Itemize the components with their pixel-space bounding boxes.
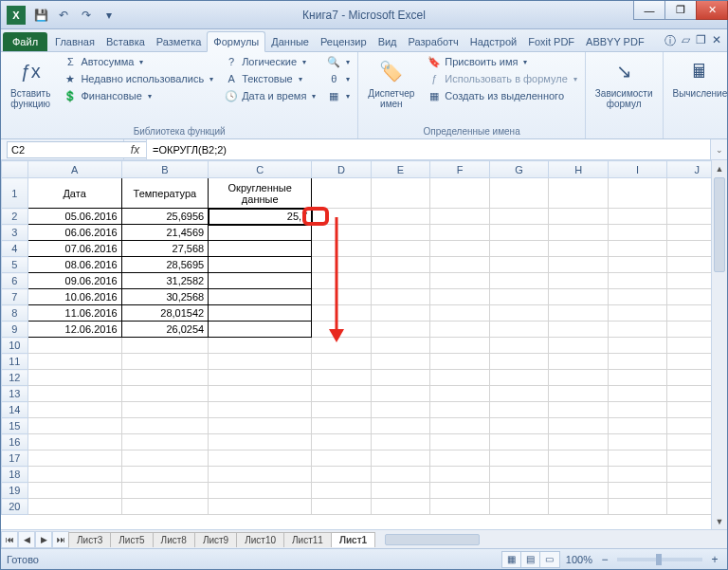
use-in-formula-button[interactable]: ƒИспользовать в формуле▾ xyxy=(424,71,581,86)
tab-home[interactable]: Главная xyxy=(49,32,100,51)
cell[interactable] xyxy=(430,386,490,402)
cell[interactable] xyxy=(489,225,549,241)
more-fn-button[interactable]: ▦▾ xyxy=(323,88,354,103)
cell[interactable] xyxy=(489,434,549,450)
col-D[interactable]: D xyxy=(312,161,372,178)
cell-C4[interactable] xyxy=(209,241,312,257)
cell[interactable] xyxy=(549,434,609,450)
row-6[interactable]: 6 xyxy=(2,273,28,289)
col-A[interactable]: A xyxy=(27,161,121,178)
zoom-level[interactable]: 100% xyxy=(566,554,592,565)
cell[interactable] xyxy=(430,178,490,209)
cell-C1[interactable]: Округленные данные xyxy=(209,178,312,209)
cell-A1[interactable]: Дата xyxy=(27,178,121,209)
cell[interactable] xyxy=(430,257,490,273)
cell[interactable] xyxy=(27,450,121,467)
cell[interactable] xyxy=(549,483,609,499)
row-3[interactable]: 3 xyxy=(2,225,28,241)
tab-layout[interactable]: Разметка xyxy=(151,32,208,51)
fx-button[interactable]: fx xyxy=(124,139,147,159)
tab-nav-prev[interactable]: ◀ xyxy=(18,531,35,548)
cell-C9[interactable] xyxy=(209,322,312,338)
cell[interactable] xyxy=(27,370,121,386)
row-17[interactable]: 17 xyxy=(2,450,28,467)
cell[interactable] xyxy=(430,338,490,354)
cell-A3[interactable]: 06.06.2016 xyxy=(27,225,121,241)
name-manager-button[interactable]: 🏷️ Диспетчер имен xyxy=(362,54,420,111)
cell-A8[interactable]: 11.06.2016 xyxy=(27,305,121,322)
cell[interactable] xyxy=(549,322,609,338)
cell[interactable] xyxy=(121,370,209,386)
tab-abbyy[interactable]: ABBYY PDF xyxy=(580,32,650,51)
col-G[interactable]: G xyxy=(489,161,549,178)
cell-C5[interactable] xyxy=(209,257,312,273)
cell[interactable] xyxy=(27,499,121,515)
cell[interactable] xyxy=(549,338,609,354)
tab-file[interactable]: Файл xyxy=(3,32,47,51)
formula-auditing-button[interactable]: ↘ Зависимости формул xyxy=(590,54,659,111)
cell[interactable] xyxy=(549,273,609,289)
cell[interactable] xyxy=(608,483,667,499)
row-11[interactable]: 11 xyxy=(2,354,28,370)
sheet-tab-Лист5[interactable]: Лист5 xyxy=(110,532,153,547)
cell[interactable] xyxy=(27,402,121,418)
col-E[interactable]: E xyxy=(371,161,430,178)
cell[interactable] xyxy=(27,483,121,499)
cell[interactable] xyxy=(312,402,372,418)
tab-nav-next[interactable]: ▶ xyxy=(35,531,52,548)
cell[interactable] xyxy=(121,418,209,434)
tab-review[interactable]: Рецензир xyxy=(315,32,373,51)
cell[interactable] xyxy=(312,450,372,467)
cell[interactable] xyxy=(371,209,430,225)
scroll-down-icon[interactable]: ▼ xyxy=(712,513,727,529)
cell[interactable] xyxy=(312,225,372,241)
cell[interactable] xyxy=(608,386,667,402)
cell[interactable] xyxy=(209,499,312,515)
cell[interactable] xyxy=(312,338,372,354)
expand-formula-bar-icon[interactable]: ⌄ xyxy=(710,139,727,159)
undo-icon[interactable]: ↶ xyxy=(54,6,73,25)
zoom-in-button[interactable]: + xyxy=(708,553,721,566)
cell[interactable] xyxy=(489,273,549,289)
zoom-out-button[interactable]: − xyxy=(598,553,611,566)
cell-A6[interactable]: 09.06.2016 xyxy=(27,273,121,289)
cell[interactable] xyxy=(489,289,549,305)
cell[interactable] xyxy=(312,370,372,386)
cell[interactable] xyxy=(489,450,549,467)
sheet-tab-Лист11[interactable]: Лист11 xyxy=(283,532,332,547)
text-button[interactable]: AТекстовые▾ xyxy=(221,71,319,86)
cell[interactable] xyxy=(312,354,372,370)
close-button[interactable]: ✕ xyxy=(696,1,728,20)
calculation-button[interactable]: 🖩 Вычисление xyxy=(667,54,729,101)
cell[interactable] xyxy=(121,402,209,418)
scroll-up-icon[interactable]: ▲ xyxy=(712,160,727,176)
financial-button[interactable]: 💲Финансовые▾ xyxy=(60,88,217,103)
zoom-slider[interactable] xyxy=(617,558,702,561)
cell[interactable] xyxy=(608,257,667,273)
col-I[interactable]: I xyxy=(608,161,667,178)
cell[interactable] xyxy=(549,370,609,386)
save-icon[interactable]: 💾 xyxy=(31,6,50,25)
datetime-button[interactable]: 🕓Дата и время▾ xyxy=(221,88,319,103)
cell[interactable] xyxy=(489,418,549,434)
cell[interactable] xyxy=(209,434,312,450)
cell[interactable] xyxy=(489,483,549,499)
col-F[interactable]: F xyxy=(430,161,490,178)
cell[interactable] xyxy=(549,450,609,467)
cell[interactable] xyxy=(312,418,372,434)
cell[interactable] xyxy=(608,178,667,209)
tab-foxit[interactable]: Foxit PDF xyxy=(522,32,580,51)
cell[interactable] xyxy=(608,289,667,305)
cell[interactable] xyxy=(371,386,430,402)
cell[interactable] xyxy=(549,241,609,257)
cell[interactable] xyxy=(371,289,430,305)
cell[interactable] xyxy=(371,273,430,289)
math-button[interactable]: θ▾ xyxy=(323,71,354,86)
cell-B9[interactable]: 26,0254 xyxy=(121,322,209,338)
cell[interactable] xyxy=(312,257,372,273)
row-1[interactable]: 1 xyxy=(2,178,28,209)
maximize-button[interactable]: ❐ xyxy=(664,1,697,20)
row-14[interactable]: 14 xyxy=(2,402,28,418)
cell[interactable] xyxy=(371,402,430,418)
cell[interactable] xyxy=(430,225,490,241)
